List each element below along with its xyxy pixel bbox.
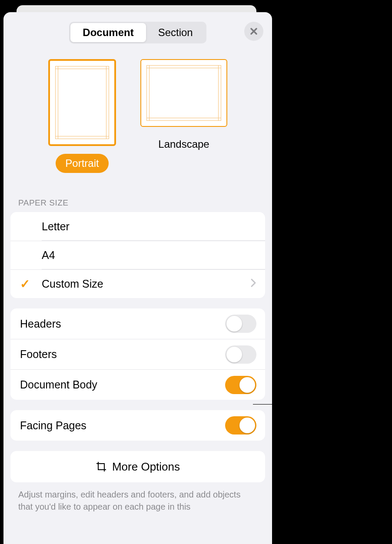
paper-size-a4[interactable]: A4	[10, 241, 265, 269]
facing-pages-label: Facing Pages	[20, 419, 86, 432]
more-options-button[interactable]: More Options	[10, 451, 265, 482]
footers-row: Footers	[10, 339, 265, 369]
headers-row: Headers	[10, 308, 265, 339]
more-options-card: More Options	[10, 451, 265, 482]
document-body-toggle[interactable]	[225, 376, 256, 394]
orientation-picker: Portrait Landscape	[3, 51, 272, 185]
document-options-panel: Document Section Portrait Landscape PAPE…	[3, 12, 272, 544]
document-body-label: Document Body	[20, 378, 97, 391]
facing-pages-toggle[interactable]	[225, 416, 256, 435]
callout-leader-line	[253, 404, 279, 405]
paper-size-list: Letter A4 ✓ Custom Size	[10, 212, 265, 298]
portrait-label[interactable]: Portrait	[56, 154, 108, 173]
close-button[interactable]	[244, 22, 263, 41]
paper-size-label: Custom Size	[42, 278, 103, 290]
facing-pages-row: Facing Pages	[10, 410, 265, 441]
paper-size-letter[interactable]: Letter	[10, 212, 265, 241]
landscape-thumbnail[interactable]	[140, 59, 227, 127]
tab-section[interactable]: Section	[146, 23, 205, 42]
paper-size-heading: PAPER SIZE	[3, 185, 272, 212]
headers-toggle[interactable]	[225, 315, 256, 333]
document-toggles-list: Headers Footers Document Body	[10, 308, 265, 400]
panel-header: Document Section	[3, 12, 272, 51]
paper-size-label: Letter	[42, 220, 70, 233]
footers-toggle[interactable]	[225, 345, 256, 364]
checkmark-icon: ✓	[20, 277, 30, 291]
landscape-label[interactable]: Landscape	[149, 135, 219, 154]
document-body-row: Document Body	[10, 369, 265, 400]
chevron-right-icon	[250, 278, 256, 290]
crop-icon	[96, 461, 107, 472]
headers-label: Headers	[20, 318, 61, 330]
more-options-description: Adjust margins, edit headers and footers…	[3, 482, 272, 513]
paper-size-label: A4	[42, 249, 55, 262]
orientation-landscape-option[interactable]: Landscape	[140, 59, 227, 173]
portrait-thumbnail[interactable]	[48, 59, 116, 146]
tab-document[interactable]: Document	[70, 23, 146, 42]
more-options-label: More Options	[112, 460, 180, 474]
orientation-portrait-option[interactable]: Portrait	[48, 59, 116, 173]
footers-label: Footers	[20, 348, 57, 361]
tab-segmented-control: Document Section	[69, 22, 206, 43]
callout-text: If Document Body is ticked, you're worki…	[282, 393, 387, 452]
facing-pages-list: Facing Pages	[10, 410, 265, 441]
paper-size-custom[interactable]: ✓ Custom Size	[10, 269, 265, 298]
close-icon	[249, 27, 258, 36]
